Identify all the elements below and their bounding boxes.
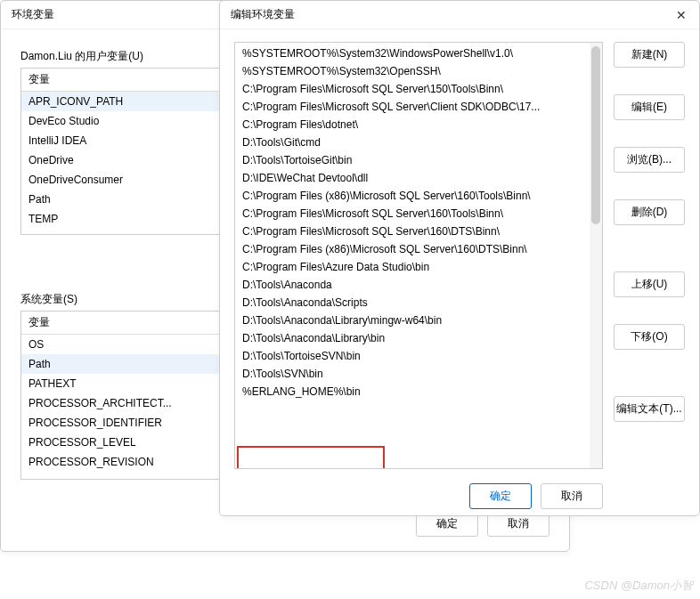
list-item[interactable]: C:\Program Files\Microsoft SQL Server\16… [235,223,602,240]
list-item[interactable]: D:\Tools\SVN\bin [235,365,602,383]
list-item[interactable]: D:\Tools\Anaconda\Library\bin [235,329,602,347]
list-item[interactable]: D:\Tools\TortoiseSVN\bin [235,347,602,365]
new-button[interactable]: 新建(N) [614,42,685,68]
list-item[interactable]: D:\Tools\Anaconda\Scripts [235,294,602,312]
delete-button[interactable]: 删除(D) [614,199,685,225]
browse-button[interactable]: 浏览(B)... [614,147,685,173]
edit-env-var-dialog: 编辑环境变量 ✕ %SYSTEMROOT%\System32\WindowsPo… [219,0,700,516]
list-item[interactable]: %SYSTEMROOT%\System32\OpenSSH\ [235,62,602,80]
dialog-title: 编辑环境变量 [231,7,295,22]
list-item[interactable]: D:\Tools\TortoiseGit\bin [235,151,602,169]
list-item[interactable]: C:\Program Files\Microsoft SQL Server\15… [235,80,602,98]
scrollbar[interactable] [590,43,602,468]
move-down-button[interactable]: 下移(O) [614,324,685,350]
list-item[interactable]: D:\Tools\Anaconda [235,276,602,294]
cancel-button[interactable]: 取消 [541,483,603,509]
scrollbar-thumb[interactable] [591,46,600,224]
path-listbox[interactable]: %SYSTEMROOT%\System32\WindowsPowerShell\… [234,42,603,469]
ok-button[interactable]: 确定 [469,483,532,509]
annotation-highlight [237,446,385,469]
list-item[interactable]: %ERLANG_HOME%\bin [235,383,602,401]
list-item[interactable]: C:\Program Files\dotnet\ [235,116,602,134]
edit-button[interactable]: 编辑(E) [614,94,685,120]
list-item[interactable]: C:\Program Files (x86)\Microsoft SQL Ser… [235,187,602,205]
list-item[interactable]: C:\Program Files\Microsoft SQL Server\16… [235,205,602,223]
list-item[interactable]: D:\Tools\Anaconda\Library\mingw-w64\bin [235,312,602,329]
move-up-button[interactable]: 上移(U) [614,271,685,297]
close-icon[interactable]: ✕ [674,8,688,22]
list-item[interactable]: C:\Program Files\Microsoft SQL Server\Cl… [235,98,602,116]
watermark: CSDN @Damon小智 [584,578,693,594]
list-item[interactable]: D:\IDE\WeChat Devtool\dll [235,169,602,187]
list-item[interactable]: %SYSTEMROOT%\System32\WindowsPowerShell\… [235,45,602,62]
edit-text-button[interactable]: 编辑文本(T)... [614,396,685,422]
list-item[interactable]: D:\Tools\Git\cmd [235,134,602,151]
list-item[interactable]: C:\Program Files (x86)\Microsoft SQL Ser… [235,240,602,258]
window-title: 环境变量 [12,7,54,22]
titlebar: 编辑环境变量 ✕ [220,1,699,29]
list-item[interactable]: C:\Program Files\Azure Data Studio\bin [235,258,602,276]
